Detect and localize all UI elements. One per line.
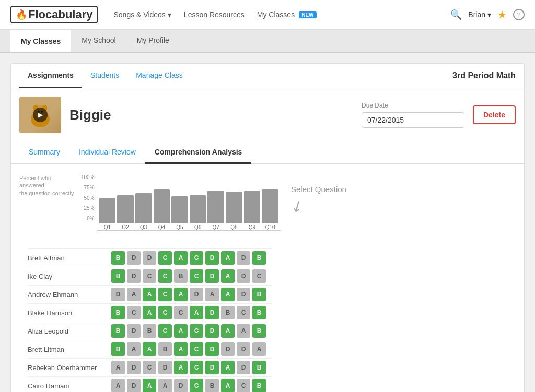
- answer-cell[interactable]: C: [190, 379, 203, 392]
- nav-my-classes[interactable]: My Classes NEW: [257, 10, 317, 19]
- answer-cell[interactable]: B: [111, 324, 125, 338]
- sub-nav-my-profile[interactable]: My Profile: [126, 30, 180, 52]
- answer-cell[interactable]: B: [252, 324, 266, 338]
- answer-cell[interactable]: B: [221, 306, 235, 319]
- answer-cell[interactable]: B: [143, 324, 156, 338]
- chart-bar-q4[interactable]: Q4: [154, 189, 170, 230]
- answer-cell[interactable]: D: [190, 288, 203, 301]
- answer-cell[interactable]: B: [252, 361, 266, 374]
- answer-cell[interactable]: A: [221, 251, 235, 265]
- answer-cell[interactable]: D: [174, 379, 188, 392]
- answer-cell[interactable]: C: [252, 269, 266, 283]
- answer-cell[interactable]: A: [143, 306, 156, 319]
- answer-cell[interactable]: D: [205, 361, 219, 374]
- answer-cell[interactable]: D: [237, 361, 250, 374]
- chart-bar-q1[interactable]: Q1: [99, 198, 116, 231]
- tab-students[interactable]: Students: [82, 64, 127, 88]
- answer-cell[interactable]: B: [111, 342, 125, 356]
- chart-bar-q9[interactable]: Q9: [244, 191, 261, 230]
- sub-nav-my-school[interactable]: My School: [71, 30, 126, 52]
- chart-bar-q5[interactable]: Q5: [171, 196, 188, 230]
- answer-cell[interactable]: D: [205, 324, 219, 338]
- answer-cell[interactable]: B: [252, 379, 266, 392]
- answer-cell[interactable]: A: [174, 288, 188, 301]
- delete-button[interactable]: Delete: [473, 105, 516, 124]
- answer-cell[interactable]: A: [205, 288, 219, 301]
- answer-cell[interactable]: C: [158, 251, 172, 265]
- answer-cell[interactable]: A: [190, 306, 203, 319]
- answer-cell[interactable]: A: [174, 324, 188, 338]
- answer-cell[interactable]: C: [190, 251, 203, 265]
- answer-cell[interactable]: A: [174, 251, 188, 265]
- logo[interactable]: 🔥 Flocabulary: [10, 6, 98, 23]
- answer-cell[interactable]: D: [127, 324, 141, 338]
- nav-songs-videos[interactable]: Songs & Videos ▾: [113, 10, 171, 19]
- chart-bar-q7[interactable]: Q7: [207, 191, 224, 230]
- tab-individual-review[interactable]: Individual Review: [69, 141, 145, 164]
- search-icon[interactable]: 🔍: [450, 9, 462, 20]
- due-date-input[interactable]: [362, 112, 464, 128]
- user-menu[interactable]: Brian ▾: [468, 10, 491, 19]
- chart-bar-q10[interactable]: Q10: [262, 189, 278, 230]
- answer-cell[interactable]: D: [158, 361, 172, 374]
- answer-cell[interactable]: D: [237, 288, 250, 301]
- answer-cell[interactable]: A: [143, 288, 156, 301]
- answer-cell[interactable]: A: [127, 342, 141, 356]
- tab-manage-class[interactable]: Manage Class: [127, 64, 191, 88]
- answer-cell[interactable]: D: [127, 269, 141, 283]
- answer-cell[interactable]: A: [221, 324, 235, 338]
- answer-cell[interactable]: A: [111, 379, 125, 392]
- chart-bar-q2[interactable]: Q2: [117, 195, 134, 230]
- answer-cell[interactable]: D: [237, 342, 250, 356]
- answer-cell[interactable]: A: [237, 324, 250, 338]
- chart-bar-q3[interactable]: Q3: [135, 193, 152, 231]
- answer-cell[interactable]: A: [158, 379, 172, 392]
- answer-cell[interactable]: B: [158, 342, 172, 356]
- answer-cell[interactable]: D: [111, 288, 125, 301]
- answer-cell[interactable]: C: [237, 306, 250, 319]
- answer-cell[interactable]: B: [111, 306, 125, 319]
- answer-cell[interactable]: D: [143, 251, 156, 265]
- answer-cell[interactable]: B: [252, 288, 266, 301]
- assignment-thumbnail[interactable]: ▶: [19, 97, 61, 133]
- tab-comprehension-analysis[interactable]: Comprehension Analysis: [145, 141, 252, 164]
- answer-cell[interactable]: D: [205, 269, 219, 283]
- answer-cell[interactable]: C: [143, 269, 156, 283]
- help-icon[interactable]: ?: [513, 9, 525, 20]
- answer-cell[interactable]: D: [205, 306, 219, 319]
- answer-cell[interactable]: A: [143, 379, 156, 392]
- answer-cell[interactable]: D: [205, 251, 219, 265]
- answer-cell[interactable]: C: [190, 269, 203, 283]
- answer-cell[interactable]: A: [174, 342, 188, 356]
- sub-nav-my-classes[interactable]: My Classes: [10, 30, 71, 52]
- answer-cell[interactable]: D: [237, 251, 250, 265]
- chart-bar-q6[interactable]: Q6: [190, 195, 206, 230]
- tab-summary[interactable]: Summary: [19, 141, 69, 164]
- answer-cell[interactable]: C: [190, 342, 203, 356]
- answer-cell[interactable]: A: [221, 288, 235, 301]
- chart-bar-q8[interactable]: Q8: [226, 192, 242, 230]
- answer-cell[interactable]: A: [252, 342, 266, 356]
- favorites-star-icon[interactable]: ★: [497, 8, 507, 21]
- answer-cell[interactable]: D: [205, 342, 219, 356]
- answer-cell[interactable]: A: [174, 361, 188, 374]
- answer-cell[interactable]: D: [127, 379, 141, 392]
- answer-cell[interactable]: C: [174, 306, 188, 319]
- answer-cell[interactable]: A: [127, 288, 141, 301]
- nav-lesson-resources[interactable]: Lesson Resources: [184, 10, 245, 19]
- answer-cell[interactable]: B: [111, 269, 125, 283]
- answer-cell[interactable]: D: [237, 269, 250, 283]
- answer-cell[interactable]: C: [190, 324, 203, 338]
- answer-cell[interactable]: D: [127, 251, 141, 265]
- answer-cell[interactable]: C: [237, 379, 250, 392]
- answer-cell[interactable]: A: [143, 342, 156, 356]
- answer-cell[interactable]: A: [221, 269, 235, 283]
- answer-cell[interactable]: A: [111, 361, 125, 374]
- answer-cell[interactable]: C: [158, 306, 172, 319]
- answer-cell[interactable]: B: [252, 306, 266, 319]
- answer-cell[interactable]: D: [221, 342, 235, 356]
- answer-cell[interactable]: C: [158, 288, 172, 301]
- play-button[interactable]: ▶: [33, 108, 48, 122]
- answer-cell[interactable]: B: [111, 251, 125, 265]
- answer-cell[interactable]: C: [190, 361, 203, 374]
